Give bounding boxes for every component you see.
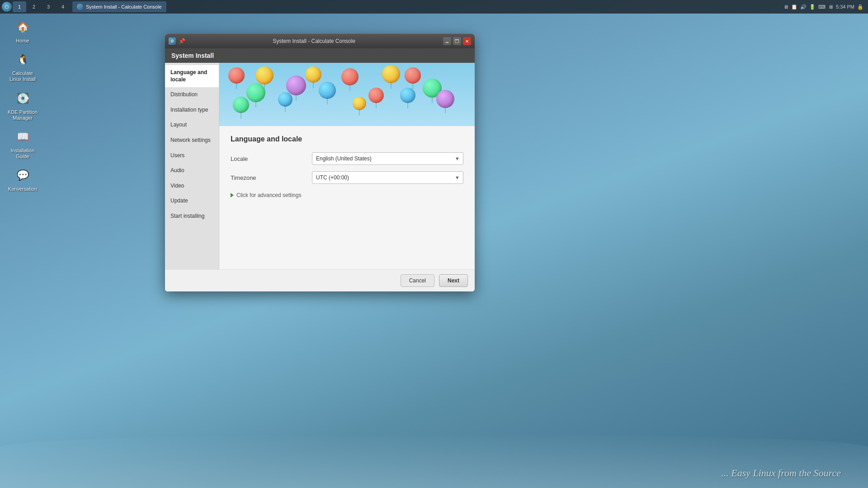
taskbar-tab-4[interactable]: 4 <box>56 1 70 12</box>
cancel-button[interactable]: Cancel <box>401 274 434 287</box>
locale-select[interactable]: English (United States) <box>312 152 463 165</box>
balloon <box>400 88 415 103</box>
installation-guide-label: Installation Guide <box>7 148 38 160</box>
timezone-select-wrapper: UTC (+00:00) ▼ <box>312 171 463 184</box>
balloon-header <box>219 63 475 126</box>
minimize-button[interactable]: 🗕 <box>443 37 451 45</box>
balloon <box>286 75 306 95</box>
lock-icon: 🔒 <box>857 4 863 10</box>
installation-guide-icon: 📖 <box>14 128 32 146</box>
locale-select-wrapper: English (United States) ▼ <box>312 152 463 165</box>
dialog-header-title: System Install <box>171 52 214 59</box>
sidebar-item-language[interactable]: Language and locale <box>165 65 219 87</box>
tagline: ... Easy Linux from the Source <box>721 467 841 479</box>
battery-icon: 🔋 <box>809 4 816 10</box>
network-icon: 🖥 <box>783 4 788 9</box>
sidebar-item-users[interactable]: Users <box>165 148 219 164</box>
desktop-icon-home[interactable]: 🏠 Home <box>7 18 38 44</box>
home-icon: 🏠 <box>14 18 32 36</box>
section-title: Language and locale <box>231 135 463 143</box>
balloon <box>353 97 366 110</box>
next-button[interactable]: Next <box>439 274 468 287</box>
balloon <box>436 90 454 108</box>
locale-label: Locale <box>231 155 312 162</box>
partition-manager-icon: 💽 <box>14 89 32 108</box>
sidebar-item-update[interactable]: Update <box>165 193 219 209</box>
balloon <box>341 68 359 85</box>
balloon <box>278 92 292 107</box>
home-icon-label: Home <box>16 38 29 44</box>
balloon <box>233 97 249 113</box>
konversation-icon: 💬 <box>14 166 32 184</box>
balloon <box>255 66 274 84</box>
monitor-icon: 🖥 <box>828 4 833 9</box>
calculate-linux-icon: 🐧 <box>14 51 32 69</box>
sidebar: Language and locale Distribution Install… <box>165 63 219 269</box>
taskbar-orb[interactable]: ⬡ <box>2 2 12 12</box>
sidebar-item-layout[interactable]: Layout <box>165 117 219 133</box>
dialog-header: System Install <box>165 48 475 63</box>
taskbar-tab-1[interactable]: 1 <box>13 1 26 12</box>
taskbar-left: ⬡ 1 2 3 4 System Install - Calculate Con… <box>0 1 166 12</box>
taskbar: ⬡ 1 2 3 4 System Install - Calculate Con… <box>0 0 868 14</box>
locale-row: Locale English (United States) ▼ <box>231 152 463 165</box>
desktop-icon-guide[interactable]: 📖 Installation Guide <box>7 128 38 160</box>
advanced-settings-link[interactable]: Click for advanced settings <box>231 190 463 200</box>
storage-icon: 📋 <box>791 4 797 10</box>
balloon <box>246 83 265 102</box>
desktop-icon-partition[interactable]: 💽 KDE Partition Manager <box>7 89 38 121</box>
clock: 5:34 PM <box>836 4 854 9</box>
balloon <box>405 67 421 84</box>
sidebar-item-network[interactable]: Network settings <box>165 133 219 148</box>
taskbar-window-label: System Install - Calculate Console <box>86 4 162 9</box>
desktop-wave <box>0 434 868 488</box>
advanced-settings-label: Click for advanced settings <box>236 192 301 198</box>
close-button[interactable]: ✕ <box>463 37 471 45</box>
sidebar-item-video[interactable]: Video <box>165 178 219 194</box>
balloon <box>368 88 384 103</box>
keyboard-icon: ⌨ <box>818 4 826 10</box>
balloon <box>382 65 400 83</box>
desktop-icons: 🏠 Home 🐧 Calculate Linux Install 💽 KDE P… <box>7 18 38 192</box>
maximize-button[interactable]: 🗖 <box>453 37 461 45</box>
timezone-select[interactable]: UTC (+00:00) <box>312 171 463 184</box>
taskbar-window-icon <box>77 4 83 10</box>
timezone-label: Timezone <box>231 174 312 181</box>
taskbar-tab-3[interactable]: 3 <box>42 1 55 12</box>
konversation-label: Konversation <box>8 186 37 192</box>
partition-manager-label: KDE Partition Manager <box>7 109 38 121</box>
balloon <box>305 66 321 83</box>
dialog-window: ⚙ 📌 System Install - Calculate Console 🗕… <box>165 34 475 291</box>
calculate-linux-label: Calculate Linux Install <box>7 70 38 82</box>
balloon <box>319 82 336 99</box>
advanced-arrow-icon <box>231 193 234 197</box>
dialog-app-icon: ⚙ <box>169 38 176 45</box>
sidebar-item-start-installing[interactable]: Start installing <box>165 209 219 224</box>
main-content: Language and locale Locale English (Unit… <box>219 63 475 269</box>
taskbar-window-item[interactable]: System Install - Calculate Console <box>72 1 166 12</box>
volume-icon: 🔊 <box>800 4 807 10</box>
sidebar-item-distribution[interactable]: Distribution <box>165 87 219 103</box>
sidebar-item-installation-type[interactable]: Installation type <box>165 103 219 118</box>
taskbar-right: 🖥 📋 🔊 🔋 ⌨ 🖥 5:34 PM 🔒 <box>783 4 868 10</box>
content-area: Language and locale Locale English (Unit… <box>219 126 475 269</box>
taskbar-tab-2[interactable]: 2 <box>27 1 41 12</box>
dialog-controls: 🗕 🗖 ✕ <box>443 37 471 45</box>
balloon <box>228 67 245 84</box>
dialog-footer: Cancel Next <box>165 269 475 291</box>
desktop-icon-konversation[interactable]: 💬 Konversation <box>7 166 38 192</box>
dialog-body: Language and locale Distribution Install… <box>165 63 475 269</box>
pin-icon[interactable]: 📌 <box>179 38 185 44</box>
dialog-title: System Install - Calculate Console <box>188 38 440 44</box>
dialog-titlebar: ⚙ 📌 System Install - Calculate Console 🗕… <box>165 34 475 48</box>
timezone-row: Timezone UTC (+00:00) ▼ <box>231 171 463 184</box>
sidebar-item-audio[interactable]: Audio <box>165 163 219 178</box>
desktop-icon-calculate[interactable]: 🐧 Calculate Linux Install <box>7 51 38 82</box>
